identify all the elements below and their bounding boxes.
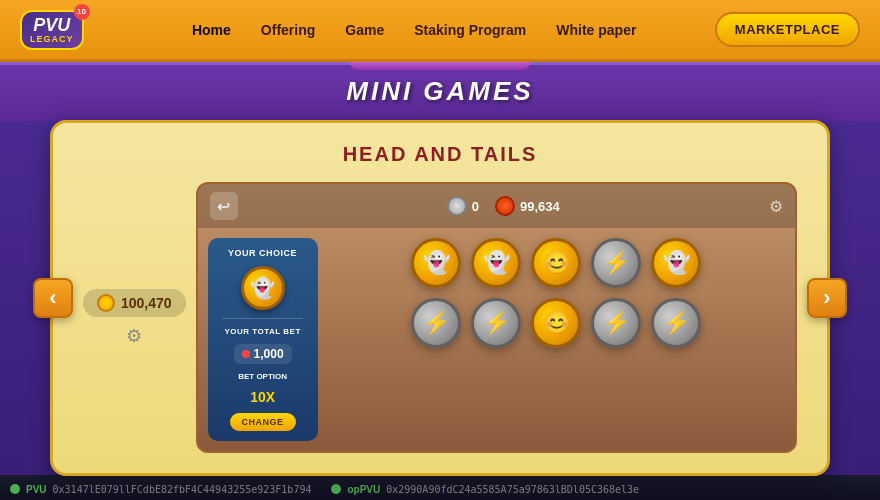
coin-2-2[interactable]: ⚡ bbox=[471, 298, 521, 348]
fire-coin-icon bbox=[495, 196, 515, 216]
score-badge: 100,470 bbox=[83, 289, 186, 317]
marketplace-button[interactable]: MARKETPLACE bbox=[715, 12, 860, 47]
pvu-dot bbox=[10, 484, 20, 494]
oppvu-address: 0x2990A90fdC24a5585A75a97863lBDl05C368el… bbox=[386, 484, 639, 495]
oppvu-dot bbox=[331, 484, 341, 494]
game-panel: ↩ 0 99,634 ⚙ bbox=[196, 182, 797, 453]
back-icon: ↩ bbox=[217, 197, 230, 216]
left-score-area: 100,470 ⚙ bbox=[83, 182, 186, 453]
back-button[interactable]: ↩ bbox=[210, 192, 238, 220]
navbar: 10 PVU LEGACY Home Offering Game Staking… bbox=[0, 0, 880, 62]
banner-tab bbox=[350, 62, 530, 70]
logo-box[interactable]: 10 PVU LEGACY bbox=[20, 10, 84, 50]
prev-arrow[interactable]: ‹ bbox=[33, 278, 73, 318]
mini-games-banner: MINI GAMES bbox=[0, 62, 880, 121]
next-arrow[interactable]: › bbox=[807, 278, 847, 318]
coin-2-5[interactable]: ⚡ bbox=[651, 298, 701, 348]
coin-bolt-icon: ⚡ bbox=[603, 310, 630, 336]
oppvu-label: opPVU bbox=[347, 484, 380, 495]
silver-coin-icon bbox=[447, 196, 467, 216]
game-top-bar: ↩ 0 99,634 ⚙ bbox=[198, 184, 795, 228]
coin-face-icon: 😊 bbox=[543, 250, 570, 276]
main-area: ‹ › HEAD AND TAILS 100,470 ⚙ ↩ bbox=[0, 121, 880, 475]
coin-bolt-icon: ⚡ bbox=[663, 310, 690, 336]
coin-row-2: ⚡ ⚡ 😊 ⚡ ⚡ bbox=[328, 298, 785, 348]
bet-value: 1,000 bbox=[254, 347, 284, 361]
nav-game[interactable]: Game bbox=[345, 22, 384, 38]
score-value: 100,470 bbox=[121, 295, 172, 311]
game-settings-icon[interactable]: ⚙ bbox=[769, 197, 783, 216]
coin-face-icon: 😊 bbox=[543, 310, 570, 336]
pvu-label: PVU bbox=[26, 484, 47, 495]
bet-option-label: BET OPTION bbox=[238, 372, 287, 381]
coin-2-4[interactable]: ⚡ bbox=[591, 298, 641, 348]
game-title: HEAD AND TAILS bbox=[83, 143, 797, 166]
coin-face-icon: 👻 bbox=[423, 250, 450, 276]
coin-face-icon: 👻 bbox=[483, 250, 510, 276]
coin-grid: 👻 👻 😊 ⚡ 👻 ⚡ ⚡ 😊 ⚡ ⚡ bbox=[328, 238, 785, 441]
bet-dot-icon bbox=[242, 350, 250, 358]
logo-legacy: LEGACY bbox=[30, 34, 74, 44]
coin-2-3[interactable]: 😊 bbox=[531, 298, 581, 348]
logo-pvu: PVU bbox=[33, 16, 70, 34]
total-bet-label: YOUR TOTAL BET bbox=[224, 327, 300, 336]
change-button[interactable]: CHANGE bbox=[230, 413, 296, 431]
oppvu-item: opPVU 0x2990A90fdC24a5585A75a97863lBDl05… bbox=[331, 484, 639, 495]
coin-row-1: 👻 👻 😊 ⚡ 👻 bbox=[328, 238, 785, 288]
nav-links: Home Offering Game Staking Program White… bbox=[114, 22, 715, 38]
score-coin-icon bbox=[97, 294, 115, 312]
coin-1-3[interactable]: 😊 bbox=[531, 238, 581, 288]
game-body: YOUR CHOICE 👻 YOUR TOTAL BET 1,000 BET O… bbox=[198, 228, 795, 451]
pvu-address: 0x3147lE079llFCdbE82fbF4C44943255e923F1b… bbox=[53, 484, 312, 495]
right-chevron-icon: › bbox=[823, 285, 830, 311]
coin-bolt-icon: ⚡ bbox=[483, 310, 510, 336]
bet-value-box: 1,000 bbox=[234, 344, 292, 364]
game-content: 100,470 ⚙ ↩ 0 bbox=[83, 182, 797, 453]
pvu-item: PVU 0x3147lE079llFCdbE82fbF4C44943255e92… bbox=[10, 484, 311, 495]
logo-badge: 10 bbox=[74, 4, 90, 20]
left-chevron-icon: ‹ bbox=[49, 285, 56, 311]
nav-offering[interactable]: Offering bbox=[261, 22, 315, 38]
score-settings-icon[interactable]: ⚙ bbox=[126, 325, 142, 347]
logo-area: 10 PVU LEGACY bbox=[20, 10, 84, 50]
game-scores: 0 99,634 bbox=[447, 196, 560, 216]
coin-bolt-icon: ⚡ bbox=[603, 250, 630, 276]
choice-label: YOUR CHOICE bbox=[228, 248, 297, 258]
nav-whitepaper[interactable]: White paper bbox=[556, 22, 636, 38]
coin-1-4[interactable]: ⚡ bbox=[591, 238, 641, 288]
coin-bolt-icon: ⚡ bbox=[423, 310, 450, 336]
coin-1-5[interactable]: 👻 bbox=[651, 238, 701, 288]
choice-coin-icon: 👻 bbox=[250, 276, 275, 300]
silver-score-val: 0 bbox=[472, 199, 479, 214]
nav-home[interactable]: Home bbox=[192, 22, 231, 38]
game-card: ‹ › HEAD AND TAILS 100,470 ⚙ ↩ bbox=[50, 120, 830, 476]
divider bbox=[222, 318, 303, 319]
nav-staking[interactable]: Staking Program bbox=[414, 22, 526, 38]
choice-panel: YOUR CHOICE 👻 YOUR TOTAL BET 1,000 BET O… bbox=[208, 238, 318, 441]
coin-1-2[interactable]: 👻 bbox=[471, 238, 521, 288]
coin-2-1[interactable]: ⚡ bbox=[411, 298, 461, 348]
fire-score-val: 99,634 bbox=[520, 199, 560, 214]
coin-1-1[interactable]: 👻 bbox=[411, 238, 461, 288]
bet-option-value: 10X bbox=[250, 389, 275, 405]
bottom-bar: PVU 0x3147lE079llFCdbE82fbF4C44943255e92… bbox=[0, 475, 880, 500]
coin-face-icon: 👻 bbox=[663, 250, 690, 276]
your-choice-coin: 👻 bbox=[241, 266, 285, 310]
mini-games-title: MINI GAMES bbox=[346, 76, 533, 106]
silver-score-item: 0 bbox=[447, 196, 479, 216]
fire-score-item: 99,634 bbox=[495, 196, 560, 216]
